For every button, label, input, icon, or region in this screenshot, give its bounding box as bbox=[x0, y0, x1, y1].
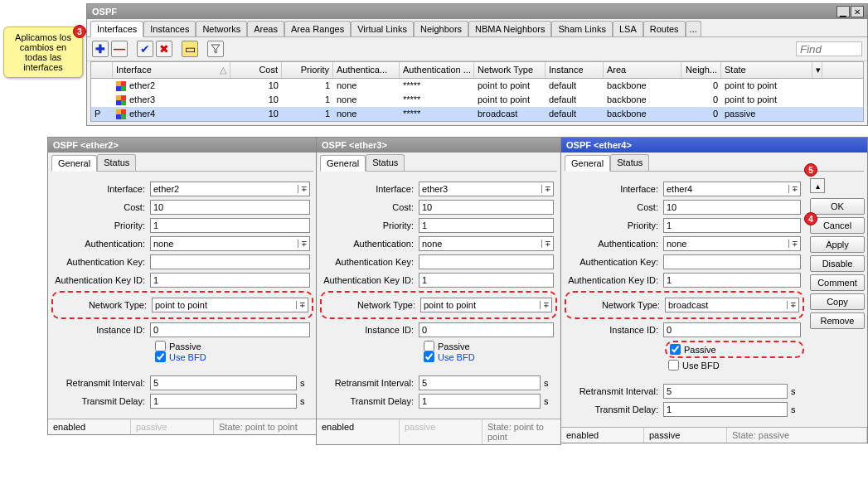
dialog-titlebar: OSPF <ether2> bbox=[48, 138, 317, 153]
usebfd-label[interactable]: Use BFD bbox=[438, 352, 475, 362]
tab-instances[interactable]: Instances bbox=[143, 21, 196, 36]
interface-combo[interactable]: ether2∓ bbox=[150, 182, 310, 196]
col-flag[interactable] bbox=[91, 62, 113, 78]
apply-button[interactable]: Apply bbox=[810, 236, 865, 253]
enable-button[interactable]: ✔ bbox=[137, 41, 153, 57]
tab-general[interactable]: General bbox=[320, 155, 366, 172]
nettype-combo[interactable]: point to point∓ bbox=[420, 298, 552, 312]
find-input[interactable] bbox=[796, 41, 862, 56]
tab-general[interactable]: General bbox=[565, 155, 610, 172]
tab-sham-links[interactable]: Sham Links bbox=[551, 21, 612, 36]
filter-button[interactable] bbox=[207, 41, 224, 57]
tdelay-input[interactable] bbox=[150, 394, 297, 409]
tab-virtual-links[interactable]: Virtual Links bbox=[351, 21, 414, 36]
col-instance[interactable]: Instance bbox=[546, 62, 604, 78]
col-more[interactable]: ▾ bbox=[812, 62, 822, 78]
instanceid-input[interactable] bbox=[663, 322, 801, 337]
table-row[interactable]: ether2101none*****point to pointdefaultb… bbox=[91, 79, 863, 93]
col-area[interactable]: Area bbox=[604, 62, 681, 78]
comment-button[interactable]: Comment bbox=[810, 274, 865, 291]
auth-combo[interactable]: none∓ bbox=[663, 236, 801, 251]
tab-more[interactable]: ... bbox=[686, 21, 701, 36]
tab-interfaces[interactable]: Interfaces bbox=[90, 21, 143, 37]
tab-neighbors[interactable]: Neighbors bbox=[414, 21, 468, 36]
disable-button[interactable]: Disable bbox=[810, 255, 865, 272]
retx-input[interactable] bbox=[663, 384, 788, 399]
col-cost[interactable]: Cost bbox=[230, 62, 282, 78]
cancel-button[interactable]: Cancel bbox=[810, 217, 865, 234]
cell-priority: 1 bbox=[282, 107, 333, 121]
tab-networks[interactable]: Networks bbox=[196, 21, 247, 36]
ok-button[interactable]: OK bbox=[810, 198, 865, 215]
tab-areas[interactable]: Areas bbox=[247, 21, 284, 36]
priority-input[interactable] bbox=[663, 218, 801, 233]
interface-icon bbox=[116, 81, 126, 91]
authkey-input[interactable] bbox=[663, 254, 801, 269]
passive-checkbox[interactable] bbox=[424, 341, 434, 351]
nettype-combo[interactable]: broadcast∓ bbox=[665, 298, 799, 312]
usebfd-row: Use BFD bbox=[668, 360, 801, 370]
close-icon[interactable]: ✕ bbox=[851, 6, 864, 17]
tab-lsa[interactable]: LSA bbox=[613, 21, 643, 36]
remove-button[interactable]: Remove bbox=[810, 312, 865, 329]
passive-checkbox[interactable] bbox=[155, 341, 166, 351]
usebfd-checkbox[interactable] bbox=[424, 351, 434, 362]
funnel-icon bbox=[211, 44, 221, 54]
auth-combo[interactable]: none∓ bbox=[419, 236, 554, 251]
authkey-input[interactable] bbox=[150, 254, 310, 269]
priority-input[interactable] bbox=[150, 218, 310, 233]
table-row[interactable]: Pether4101none*****broadcastdefaultbackb… bbox=[91, 107, 863, 121]
tab-status[interactable]: Status bbox=[97, 154, 136, 171]
tab-routes[interactable]: Routes bbox=[643, 21, 686, 36]
tdelay-input[interactable] bbox=[663, 402, 788, 417]
cell-nettype: broadcast bbox=[474, 107, 546, 121]
sort-asc-icon: △ bbox=[220, 65, 226, 75]
priority-label: Priority: bbox=[568, 220, 663, 230]
nettype-combo[interactable]: point to point∓ bbox=[152, 298, 308, 312]
instanceid-input[interactable] bbox=[419, 322, 554, 337]
auth-combo[interactable]: none∓ bbox=[150, 236, 310, 251]
tab-area-ranges[interactable]: Area Ranges bbox=[284, 21, 351, 36]
usebfd-checkbox[interactable] bbox=[668, 360, 679, 370]
tab-status[interactable]: Status bbox=[610, 154, 649, 171]
retx-input[interactable] bbox=[150, 375, 297, 390]
dialog-tabs: General Status bbox=[565, 154, 864, 172]
tab-nbma-neighbors[interactable]: NBMA Neighbors bbox=[468, 21, 551, 36]
col-nettype[interactable]: Network Type bbox=[474, 62, 546, 78]
col-auth[interactable]: Authentica... bbox=[333, 62, 400, 78]
cell-area: backbone bbox=[604, 107, 681, 121]
cost-input[interactable] bbox=[150, 200, 310, 215]
interface-combo[interactable]: ether4∓ bbox=[663, 182, 801, 196]
usebfd-checkbox[interactable] bbox=[155, 351, 166, 362]
col-priority[interactable]: Priority bbox=[282, 62, 333, 78]
priority-input[interactable] bbox=[419, 218, 554, 233]
col-state[interactable]: State bbox=[721, 62, 812, 78]
tab-general[interactable]: General bbox=[51, 155, 97, 172]
interface-combo[interactable]: ether3∓ bbox=[419, 182, 554, 196]
authkeyid-input[interactable] bbox=[663, 273, 801, 288]
col-interface[interactable]: Interface △ bbox=[113, 62, 230, 78]
scroll-up-icon[interactable]: ▴ bbox=[810, 178, 825, 193]
comment-button[interactable]: ▭ bbox=[182, 41, 198, 57]
copy-button[interactable]: Copy bbox=[810, 293, 865, 310]
usebfd-label[interactable]: Use BFD bbox=[169, 352, 206, 362]
cell-authkey: ***** bbox=[400, 93, 474, 107]
passive-checkbox[interactable] bbox=[670, 344, 681, 355]
instanceid-input[interactable] bbox=[150, 322, 310, 337]
tab-status[interactable]: Status bbox=[366, 154, 405, 171]
minimize-icon[interactable]: ▁ bbox=[836, 6, 850, 17]
cost-input[interactable] bbox=[663, 200, 801, 215]
table-row[interactable]: ether3101none*****point to pointdefaultb… bbox=[91, 93, 863, 107]
col-neigh[interactable]: Neigh... bbox=[681, 62, 721, 78]
authkey-input[interactable] bbox=[419, 254, 554, 269]
usebfd-label[interactable]: Use BFD bbox=[682, 361, 720, 370]
disable-button[interactable]: ✖ bbox=[156, 41, 172, 57]
tdelay-input[interactable] bbox=[419, 394, 541, 409]
authkeyid-input[interactable] bbox=[419, 273, 554, 288]
add-button[interactable]: ✚ bbox=[92, 41, 109, 57]
cost-input[interactable] bbox=[419, 200, 554, 215]
col-authkey[interactable]: Authentication ... bbox=[400, 62, 474, 78]
retx-input[interactable] bbox=[419, 375, 541, 390]
authkeyid-input[interactable] bbox=[150, 273, 310, 288]
remove-button[interactable]: — bbox=[111, 41, 128, 57]
